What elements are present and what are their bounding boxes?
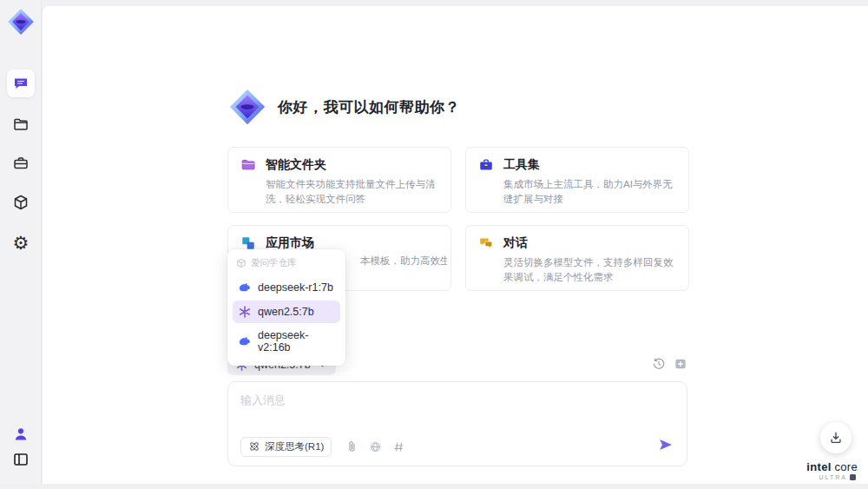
repo-icon	[236, 258, 247, 268]
qwen-icon	[238, 305, 252, 319]
side-panel-icon	[12, 451, 30, 468]
card-toolset[interactable]: 工具集 集成市场上主流工具，助力AI与外界无缝扩展与对接	[465, 147, 689, 213]
composer: 深度思考(R1)	[227, 381, 687, 466]
card-title: 对话	[503, 235, 528, 251]
model-option-label: deepseek-r1:7b	[258, 281, 333, 294]
message-input[interactable]	[240, 393, 666, 429]
smart-folder-icon	[240, 157, 256, 173]
model-option-label: deepseek-v2:16b	[258, 329, 335, 354]
user-icon	[12, 426, 30, 443]
deep-think-toggle[interactable]: 深度思考(R1)	[240, 437, 332, 457]
download-button[interactable]	[820, 422, 852, 453]
gear-icon: ⚙	[13, 234, 30, 252]
model-dropdown-header: 爱问学仓库	[233, 255, 340, 274]
model-dropdown-header-label: 爱问学仓库	[251, 257, 297, 269]
card-desc-visible-fragment: 本模板，助力高效生成多	[360, 254, 447, 268]
card-title: 工具集	[503, 157, 540, 173]
folder-icon	[12, 116, 30, 133]
download-icon	[828, 430, 844, 446]
toolset-icon	[478, 157, 494, 173]
card-dialog[interactable]: 对话 灵活切换多模型文件，支持多样回复效果调试，满足个性化需求	[465, 225, 689, 291]
sidebar-item-folders[interactable]	[7, 110, 35, 138]
sidebar: ⚙	[0, 0, 42, 484]
model-option-qwen[interactable]: qwen2.5:7b	[233, 301, 340, 323]
hash-icon[interactable]	[392, 440, 405, 453]
model-dropdown: 爱问学仓库 deepseek-r1:7b qwen2.5:7b deepseek…	[227, 249, 345, 366]
card-desc: 智能文件夹功能支持批量文件上传与清洗，轻松实现文件问答	[266, 177, 440, 206]
deep-think-label: 深度思考(R1)	[265, 440, 324, 453]
deep-think-icon	[248, 440, 260, 453]
model-option-deepseek-v2[interactable]: deepseek-v2:16b	[233, 325, 340, 358]
card-title: 智能文件夹	[266, 157, 326, 173]
greeting: 你好，我可以如何帮助你？	[227, 87, 460, 127]
app-logo-icon	[227, 87, 267, 127]
sidebar-item-toolbox[interactable]	[7, 149, 35, 177]
app-logo-icon	[6, 7, 36, 36]
main-area: 你好，我可以如何帮助你？ 智能文件夹 智能文件夹功能支持批量文件上传与清洗，轻松…	[43, 6, 868, 484]
new-chat-icon[interactable]	[674, 357, 687, 371]
card-smart-folder[interactable]: 智能文件夹 智能文件夹功能支持批量文件上传与清洗，轻松实现文件问答	[227, 147, 451, 213]
sidebar-item-settings[interactable]: ⚙	[7, 228, 35, 256]
model-option-deepseek-r1[interactable]: deepseek-r1:7b	[233, 276, 340, 299]
ultra-chip-icon	[850, 474, 856, 480]
sidebar-item-panel-toggle[interactable]	[7, 446, 35, 473]
intel-core-ultra-logo: intel core ULTRA	[806, 460, 858, 480]
card-desc: 灵活切换多模型文件，支持多样回复效果调试，满足个性化需求	[503, 255, 678, 284]
core-brand-text: core	[835, 460, 858, 473]
intel-brand-text: intel	[806, 460, 831, 473]
send-button[interactable]	[657, 436, 674, 457]
card-desc: 集成市场上主流工具，助力AI与外界无缝扩展与对接	[503, 177, 678, 206]
chat-icon	[12, 75, 30, 92]
history-icon[interactable]	[652, 357, 666, 371]
dialog-icon	[478, 235, 494, 251]
greeting-title: 你好，我可以如何帮助你？	[278, 97, 460, 117]
deepseek-icon	[238, 281, 252, 294]
sidebar-item-account[interactable]	[7, 420, 35, 448]
cube-icon	[12, 194, 30, 211]
deepseek-icon	[238, 334, 252, 348]
paperclip-icon[interactable]	[345, 440, 358, 453]
ultra-text: ULTRA	[819, 474, 847, 480]
sidebar-item-models[interactable]	[7, 188, 35, 216]
sidebar-item-chat[interactable]	[7, 69, 35, 97]
model-option-label: qwen2.5:7b	[258, 306, 314, 318]
globe-icon[interactable]	[369, 440, 382, 453]
toolbox-icon	[12, 155, 30, 172]
send-icon	[657, 436, 674, 453]
